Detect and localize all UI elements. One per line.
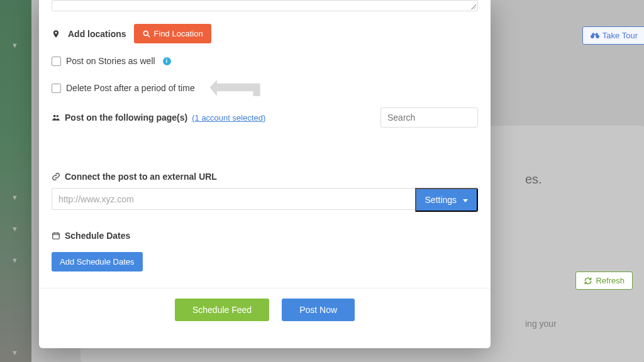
connect-url-label: Connect the post to an external URL <box>65 172 217 182</box>
url-settings-label: Settings <box>425 195 457 205</box>
compose-modal: Add locations Find Location Post on Stor… <box>39 0 491 348</box>
modal-footer: Schedule Feed Post Now <box>52 288 478 332</box>
delete-post-checkbox[interactable] <box>52 84 61 93</box>
post-now-button[interactable]: Post Now <box>282 299 355 321</box>
pages-search-input[interactable] <box>380 107 478 128</box>
schedule-dates-label: Schedule Dates <box>65 231 130 241</box>
svg-point-1 <box>53 115 56 118</box>
add-schedule-dates-button[interactable]: Add Schedule Dates <box>52 252 143 272</box>
external-url-input[interactable] <box>52 188 415 210</box>
schedule-feed-button[interactable]: Schedule Feed <box>175 299 269 321</box>
refresh-icon <box>584 277 592 285</box>
link-icon <box>52 172 60 181</box>
caret-down-icon <box>463 199 468 202</box>
accounts-selected-link[interactable]: (1 account selected) <box>192 113 265 123</box>
binoculars-icon <box>591 31 599 40</box>
post-pages-label: Post on the following page(s) <box>65 112 187 123</box>
delete-post-checkbox-label: Delete Post after a period of time <box>66 83 195 93</box>
find-location-label: Find Location <box>154 29 203 38</box>
users-icon <box>52 113 60 122</box>
stories-checkbox-label: Post on Stories as well <box>66 56 155 66</box>
arrow-hint-icon <box>210 80 260 96</box>
location-pin-icon <box>52 30 60 38</box>
stories-checkbox[interactable] <box>52 57 61 66</box>
svg-rect-3 <box>53 233 60 239</box>
take-tour-label: Take Tour <box>602 31 638 40</box>
find-location-button[interactable]: Find Location <box>134 24 211 43</box>
refresh-button[interactable]: Refresh <box>575 272 633 290</box>
url-settings-button[interactable]: Settings <box>415 188 478 212</box>
search-icon <box>142 30 151 38</box>
svg-point-0 <box>143 31 148 35</box>
info-icon[interactable]: i <box>163 57 171 65</box>
calendar-icon <box>52 231 60 240</box>
refresh-label: Refresh <box>596 276 625 285</box>
take-tour-button[interactable]: Take Tour <box>582 26 644 45</box>
caption-textarea[interactable] <box>52 0 478 11</box>
add-locations-label: Add locations <box>68 29 126 39</box>
svg-point-2 <box>57 115 59 118</box>
